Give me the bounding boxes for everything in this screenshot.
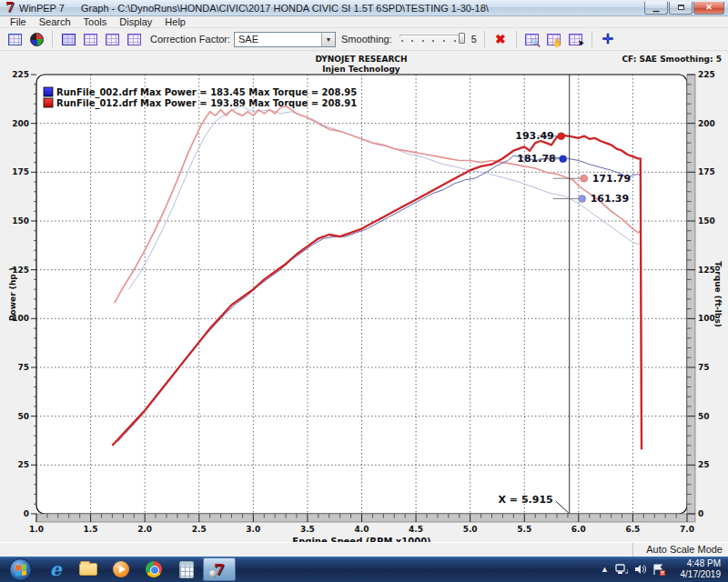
graph-bold-icon[interactable] [58,30,78,49]
select-graph-icon[interactable]: ➤ [566,30,586,49]
svg-text:7.0: 7.0 [680,525,694,534]
close-button[interactable]: ✕ [693,2,724,15]
svg-text:2.0: 2.0 [137,525,152,534]
restore-button[interactable] [669,2,693,15]
right-axis-title: Torque (ft-lbs) [713,261,723,327]
svg-text:75: 75 [698,363,710,372]
svg-text:4.0: 4.0 [355,525,369,534]
menu-help[interactable]: Help [158,16,192,28]
graph-multi-icon[interactable] [102,30,122,49]
minimize-button[interactable]: ▁ [644,2,668,15]
correction-factor-label: Correction Factor: [150,34,230,45]
svg-text:125: 125 [698,266,715,275]
windows-taskbar: e 7 ▲ 4:48 PM 4/17/2019 [0,557,728,582]
title-bar[interactable]: 7 WinPEP 7 Graph - C:\DynoRuns\HONDA\CIV… [0,0,728,16]
svg-text:3.0: 3.0 [246,525,260,534]
chevron-down-icon[interactable]: ▼ [321,33,335,46]
smoothing-value: 5 [471,34,477,45]
svg-text:4.5: 4.5 [409,525,423,534]
svg-text:0: 0 [698,509,703,518]
svg-text:175: 175 [12,167,29,176]
taskbar-clock[interactable]: 4:48 PM 4/17/2019 [672,558,728,580]
app-name: WinPEP 7 [19,3,65,14]
x-scale-bar[interactable] [36,514,695,522]
menu-search[interactable]: Search [33,16,77,28]
torque-scale-bar[interactable] [687,75,695,514]
chart-title: DYNOJET RESEARCH [315,55,407,64]
menu-file[interactable]: File [4,16,33,28]
legend-label: RunFile_002.drf Max Power = 183.45 Max T… [56,87,357,98]
svg-text:150: 150 [698,216,715,226]
internet-explorer-icon[interactable]: e [39,557,72,581]
svg-text:50: 50 [698,412,710,421]
chart-canvas[interactable]: DYNOJET RESEARCHInjen TechnologyCF: SAE … [0,51,728,546]
smoothing-slider-handle[interactable] [459,33,465,44]
clock-time: 4:48 PM [687,558,721,568]
cursor-marker-dot [579,196,586,203]
x-axis-title: Engine Speed (RPM x1000) [292,537,430,542]
dyno-chart[interactable]: DYNOJET RESEARCHInjen TechnologyCF: SAE … [0,51,728,542]
cursor-marker-dot [558,133,565,140]
svg-text:2.5: 2.5 [192,525,207,534]
menu-bar: File Search Tools Display Help [0,16,728,28]
graph-overlay-icon[interactable] [80,30,100,49]
cursor-marker-value: 181.78 [517,153,555,165]
smoothing-slider[interactable] [399,33,465,45]
cursor-marker-value: 161.39 [591,193,629,205]
network-icon[interactable] [615,564,628,575]
winpep-app-icon: 7 [4,2,15,14]
menu-display[interactable]: Display [113,16,158,28]
svg-text:25: 25 [17,460,29,469]
svg-text:6.5: 6.5 [625,525,640,534]
svg-text:50: 50 [17,412,29,421]
svg-text:6.0: 6.0 [571,525,586,534]
speaker-icon[interactable] [634,564,646,575]
svg-text:0: 0 [24,509,29,518]
correction-factor-select[interactable]: SAE ▼ [234,32,336,47]
winpep7-taskbar-icon[interactable]: 7 [203,557,236,581]
clock-date: 4/17/2019 [681,569,722,579]
legend-swatch [44,98,53,107]
zoom-graph-icon[interactable]: 🔍 [522,30,542,49]
calculator-icon[interactable] [170,557,203,581]
color-wheel-icon[interactable] [26,30,46,49]
svg-text:150: 150 [12,216,29,226]
svg-text:5.5: 5.5 [517,525,531,534]
chart-cf-smoothing: CF: SAE Smoothing: 5 [622,55,722,64]
cursor-marker-value: 171.79 [592,173,631,185]
svg-text:75: 75 [17,363,29,372]
cursor-marker-dot [581,175,588,182]
menu-tools[interactable]: Tools [77,16,114,28]
correction-factor-value: SAE [238,34,258,45]
start-button[interactable] [9,558,32,581]
svg-text:225: 225 [12,70,29,79]
action-center-flag-icon[interactable] [652,564,665,576]
left-axis-title: Power (hp ) [8,267,17,321]
winpep-window: 7 WinPEP 7 Graph - C:\DynoRuns\HONDA\CIV… [0,0,728,582]
svg-text:200: 200 [12,119,29,128]
pan-graph-icon[interactable]: ✋ [544,30,564,49]
legend-label: RunFile_012.drf Max Power = 193.89 Max T… [56,98,357,109]
window-title: Graph - C:\DynoRuns\HONDA\CIVIC\2017 HON… [81,3,489,14]
svg-text:175: 175 [698,167,715,176]
svg-text:5.0: 5.0 [463,525,478,534]
table-view-icon[interactable] [5,30,25,49]
chrome-icon[interactable] [137,557,170,581]
windows-explorer-icon[interactable] [72,557,105,581]
cursor-marker-value: 193.49 [515,130,553,142]
toolbar: Correction Factor: SAE ▼ Smoothing: 5 ✖ … [0,28,728,51]
delete-graph-icon[interactable]: ✖ [490,30,511,49]
legend-swatch [44,87,53,96]
graph-grid-icon[interactable] [124,30,144,49]
crosshair-icon[interactable]: ✛ [598,30,618,49]
cursor-x-label: X = 5.915 [499,494,553,506]
media-player-icon[interactable] [105,557,137,581]
svg-text:25: 25 [698,460,710,469]
chart-subtitle: Injen Technology [322,65,400,74]
tray-expand-icon[interactable]: ▲ [601,565,609,574]
cursor-marker-dot [560,156,567,163]
svg-text:1.5: 1.5 [84,525,98,534]
system-tray: ▲ 4:48 PM 4/17/2019 [601,558,728,580]
svg-text:3.5: 3.5 [300,525,315,534]
svg-text:200: 200 [698,119,715,128]
